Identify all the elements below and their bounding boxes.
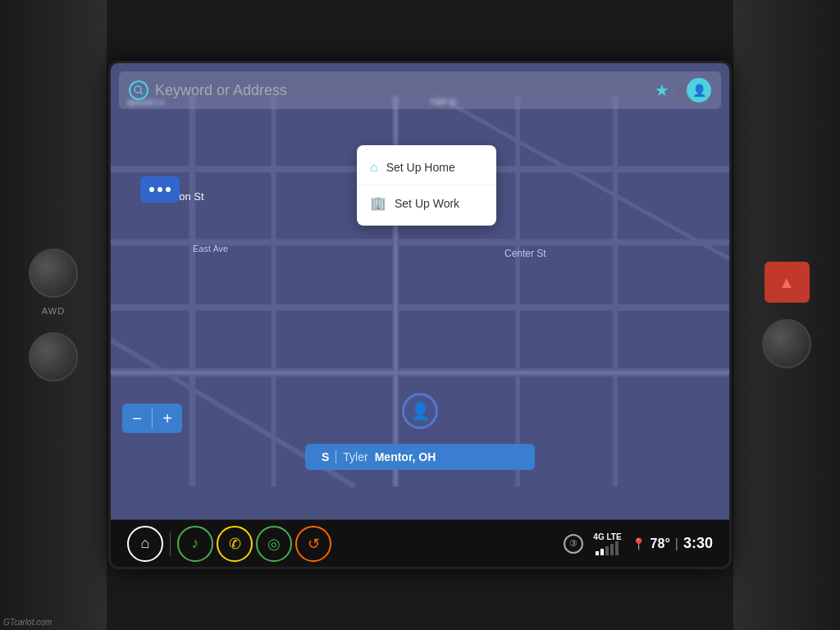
popup-divider	[357, 185, 496, 185]
profile-icon: 👤	[692, 84, 706, 97]
search-bar[interactable]: ★ | 👤	[119, 71, 721, 109]
svg-point-14	[135, 86, 141, 93]
location-city: Mentor, OH	[375, 450, 436, 463]
nav-phone-button[interactable]: ✆	[217, 526, 253, 562]
hazard-button[interactable]: ▲	[765, 262, 810, 303]
svg-line-15	[140, 92, 143, 94]
left-knob-2[interactable]	[29, 332, 78, 381]
blue-dots-box[interactable]	[140, 176, 180, 203]
bar-1	[596, 551, 599, 555]
hazard-icon: ▲	[778, 273, 795, 292]
navigation-nav-icon: ◎	[267, 535, 281, 553]
zoom-out-button[interactable]: −	[122, 404, 152, 433]
right-panel: ▲	[733, 0, 840, 630]
zoom-in-button[interactable]: +	[153, 404, 182, 433]
signal-bars	[596, 541, 619, 555]
bar-4	[610, 544, 614, 555]
nav-home-button[interactable]: ⌂	[127, 526, 163, 562]
favorite-button[interactable]: ★	[655, 80, 669, 100]
connected-nav-icon: ↺	[308, 535, 320, 553]
temp-time-divider: |	[675, 536, 678, 551]
phone-nav-icon: ✆	[229, 535, 241, 553]
location-bar-divider	[336, 450, 336, 463]
nav-right: ③ 4G LTE 📍 78° | 3:30	[564, 532, 713, 555]
search-icon	[129, 80, 148, 100]
lte-label: 4G LTE	[593, 532, 621, 541]
nav-divider-1	[170, 532, 171, 556]
main-screen: lgwood Ln Hart St Jackson St East Ave Ce…	[108, 61, 732, 569]
search-input[interactable]	[155, 82, 648, 99]
location-letter: S	[322, 450, 329, 463]
watermark: GTcarlot.com	[3, 618, 52, 627]
temp-time: 📍 78° | 3:30	[632, 535, 713, 552]
signal-info: 4G LTE	[593, 532, 621, 555]
bar-3	[605, 546, 609, 555]
outer-frame: AWD ▲	[0, 0, 840, 630]
nav-left: ⌂ ♪ ✆ ◎ ↺	[127, 526, 331, 562]
channel-label: ③	[569, 538, 578, 549]
setup-work-item[interactable]: 🏢 Set Up Work	[357, 187, 496, 219]
music-nav-icon: ♪	[192, 535, 199, 552]
setup-home-item[interactable]: ⌂ Set Up Home	[357, 152, 496, 183]
location-pin: 👤	[402, 393, 438, 429]
zoom-controls: − +	[122, 404, 182, 433]
channel-badge[interactable]: ③	[564, 534, 583, 554]
person-icon: 👤	[410, 401, 431, 421]
temperature-display: 78°	[651, 536, 670, 551]
bar-2	[600, 549, 604, 555]
right-knob[interactable]	[762, 319, 811, 368]
divider-line: |	[676, 82, 680, 99]
work-icon: 🏢	[370, 195, 386, 211]
home-nav-icon: ⌂	[141, 535, 150, 552]
nav-connected-button[interactable]: ↺	[295, 526, 331, 562]
location-icon-small: 📍	[632, 537, 646, 550]
awd-label: AWD	[42, 306, 65, 316]
dot-2	[158, 187, 162, 192]
popup-menu: ⌂ Set Up Home 🏢 Set Up Work	[357, 145, 496, 226]
search-svg	[134, 85, 144, 95]
dot-3	[166, 187, 171, 192]
location-bar[interactable]: S Tyler Mentor, OH	[305, 444, 535, 470]
nav-music-button[interactable]: ♪	[177, 526, 213, 562]
setup-work-label: Set Up Work	[395, 197, 459, 210]
setup-home-label: Set Up Home	[386, 161, 455, 174]
dot-1	[149, 187, 154, 192]
home-icon: ⌂	[370, 160, 378, 175]
left-panel: AWD	[0, 0, 107, 630]
map-area[interactable]: lgwood Ln Hart St Jackson St East Ave Ce…	[111, 63, 729, 519]
left-knob[interactable]	[29, 249, 78, 298]
time-display: 3:30	[683, 535, 713, 552]
bar-5	[615, 541, 619, 555]
bottom-nav: ⌂ ♪ ✆ ◎ ↺ ③	[111, 519, 729, 567]
location-prefix: Tyler	[343, 450, 368, 463]
profile-button[interactable]: 👤	[687, 78, 711, 103]
nav-navigation-button[interactable]: ◎	[256, 526, 292, 562]
